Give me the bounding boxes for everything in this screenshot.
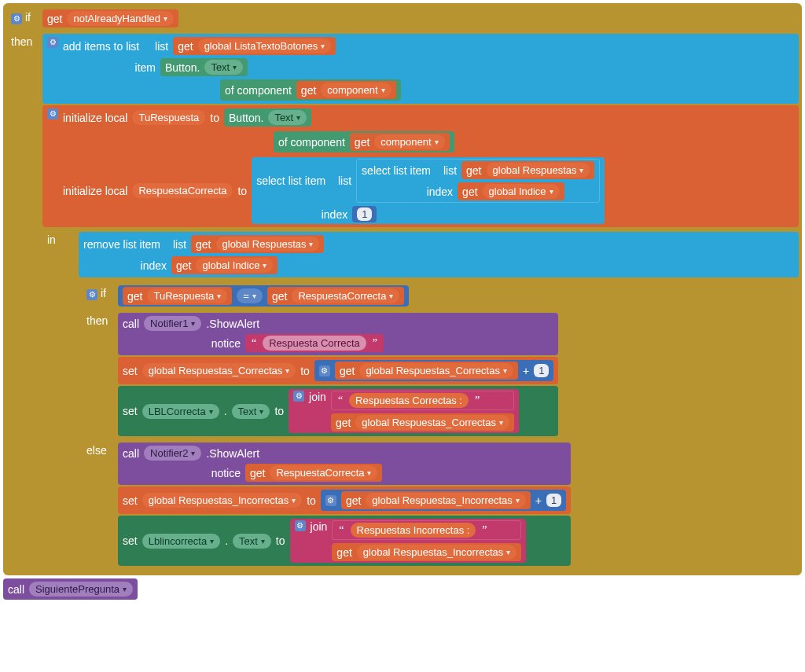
set-global-correctas[interactable]: set global Respuestas_Correctas to ⚙ get… xyxy=(118,357,558,384)
number-one[interactable]: 1 xyxy=(352,206,377,222)
if-keyword: ⚙ if xyxy=(82,284,118,303)
lblcorrecta-dd[interactable]: LBLCorrecta xyxy=(142,404,219,419)
var-tuRespuesta-decl[interactable]: TuRespuesta xyxy=(132,110,205,125)
var-tuRespuesta[interactable]: TuRespuesta xyxy=(147,288,227,303)
gear-icon[interactable]: ⚙ xyxy=(293,391,304,402)
num-value: 1 xyxy=(357,207,372,221)
get-listaTextoBotones[interactable]: get global ListaTextoBotones xyxy=(173,37,336,55)
get-global-indice2[interactable]: get global Indice xyxy=(171,256,278,274)
call-notifier2[interactable]: call Notifier2 .ShowAlert notice get xyxy=(118,442,571,485)
gear-icon[interactable]: ⚙ xyxy=(295,520,306,531)
set-lblincorrecta-text[interactable]: set Lblincorrecta . Text to ⚙ join xyxy=(118,516,571,566)
lblincorrecta-dd[interactable]: Lblincorrecta xyxy=(142,534,220,549)
gear-icon[interactable]: ⚙ xyxy=(47,108,58,119)
notifier2-dd[interactable]: Notifier2 xyxy=(144,446,201,461)
gear-icon[interactable]: ⚙ xyxy=(47,37,58,48)
var-global-respuestas[interactable]: global Respuestas xyxy=(216,237,320,252)
select-list-item-inner[interactable]: select list item list get global Respues… xyxy=(356,159,600,203)
string-respuestas-incorrectas[interactable]: “ Respuestas Incorrectas : ” xyxy=(332,520,521,540)
get-component[interactable]: get component xyxy=(296,81,396,99)
string-respuesta-correcta[interactable]: “ Respuesta Correcta ” xyxy=(245,334,384,352)
to-keyword: to xyxy=(276,534,285,547)
var-global-correctas[interactable]: global Respuestas_Correctas xyxy=(355,415,509,430)
get-global-correctas[interactable]: get global Respuestas_Correctas xyxy=(335,362,518,380)
siguiente-pregunta-dd[interactable]: SiguientePregunta xyxy=(29,582,133,597)
var-notAlreadyHandled[interactable]: notAlreadyHandled xyxy=(67,11,174,26)
get-global-respuestas[interactable]: get global Respuestas xyxy=(461,161,594,179)
var-global-indice[interactable]: global Indice xyxy=(483,184,560,199)
var-global-indice[interactable]: global Indice xyxy=(196,258,273,273)
text-prop[interactable]: Text xyxy=(232,404,270,419)
var-respCorrecta[interactable]: RespuestaCorrecta xyxy=(292,288,399,303)
var-listaTextoBotones[interactable]: global ListaTextoBotones xyxy=(198,39,332,53)
get-global-incorrectas2[interactable]: get global Respuestas_Incorrectas xyxy=(332,543,521,561)
of-component-label: of component xyxy=(225,84,292,97)
text-prop[interactable]: Text xyxy=(204,60,243,75)
notice-label: notice xyxy=(123,467,241,479)
button-text-generic[interactable]: Button. Text xyxy=(160,58,248,76)
to-keyword: to xyxy=(237,185,247,197)
text-literal: Respuestas Incorrectas : xyxy=(351,523,476,538)
get-keyword: get xyxy=(462,185,477,198)
call-keyword: call xyxy=(123,447,139,460)
math-add-incorrectas[interactable]: ⚙ get global Respuestas_Incorrectas + 1 xyxy=(321,490,566,511)
var-respCorrecta[interactable]: RespuestaCorrecta xyxy=(270,465,377,480)
set-global-incorrectas[interactable]: set global Respuestas_Incorrectas to ⚙ g… xyxy=(118,487,571,514)
gear-icon[interactable]: ⚙ xyxy=(11,13,22,24)
get-global-incorrectas[interactable]: get global Respuestas_Incorrectas xyxy=(341,491,531,509)
get-keyword: get xyxy=(127,290,142,303)
select-list-item-outer[interactable]: select list item list select list item l… xyxy=(252,157,605,224)
var-global-respuestas[interactable]: global Respuestas xyxy=(487,163,590,178)
string-respuestas-correctas[interactable]: “ Respuestas Correctas : ” xyxy=(331,391,514,410)
text-prop[interactable]: Text xyxy=(268,110,307,125)
call-notifier1[interactable]: call Notifier1 .ShowAlert notice “ xyxy=(118,313,558,355)
notifier1-dd[interactable]: Notifier1 xyxy=(144,316,201,331)
gear-icon[interactable]: ⚙ xyxy=(86,289,97,300)
var-component[interactable]: component xyxy=(374,134,444,149)
var-global-incorrectas[interactable]: global Respuestas_Incorrectas xyxy=(366,493,526,508)
get-keyword: get xyxy=(466,164,481,177)
add-items-block[interactable]: ⚙ add items to list list get global List… xyxy=(42,34,799,104)
gear-icon[interactable]: ⚙ xyxy=(319,365,330,376)
get-keyword: get xyxy=(355,136,369,149)
get-respuestaCorrecta[interactable]: get RespuestaCorrecta xyxy=(267,287,404,305)
var-global-incorrectas[interactable]: global Respuestas_Incorrectas xyxy=(357,545,517,560)
join-incorrectas[interactable]: ⚙ join “ Respuestas Incorrectas : ” xyxy=(290,519,527,563)
init-local-block[interactable]: ⚙ initialize local TuRespuesta to Button… xyxy=(42,105,799,227)
get-notAlreadyHandled[interactable]: get notAlreadyHandled xyxy=(42,9,178,28)
get-keyword: get xyxy=(272,290,287,303)
set-keyword: set xyxy=(123,534,138,547)
get-tuRespuesta[interactable]: get TuRespuesta xyxy=(123,287,232,305)
join-correctas[interactable]: ⚙ join “ Respuestas Correctas : ” xyxy=(289,389,519,433)
var-respCorrecta-decl[interactable]: RespuestaCorrecta xyxy=(132,183,233,198)
call-siguiente-pregunta[interactable]: call SiguientePregunta xyxy=(3,578,138,600)
equals-test[interactable]: get TuRespuesta = get RespuestaCorrecta xyxy=(118,285,409,307)
equals-op[interactable]: = xyxy=(237,288,263,303)
remove-list-item-block[interactable]: remove list item list get global Respues… xyxy=(79,232,799,277)
var-global-incorrectas[interactable]: global Respuestas_Incorrectas xyxy=(142,493,303,508)
of-component-label: of component xyxy=(278,136,345,149)
get-respuestaCorrecta2[interactable]: get RespuestaCorrecta xyxy=(245,464,382,482)
plus-op: + xyxy=(535,494,542,507)
var-global-correctas[interactable]: global Respuestas_Correctas xyxy=(142,363,296,378)
button-label: Button. xyxy=(229,112,263,124)
gear-icon[interactable]: ⚙ xyxy=(325,495,336,506)
to-keyword: to xyxy=(300,365,310,377)
call-keyword: call xyxy=(8,583,24,596)
if-keyword: ⚙ if xyxy=(6,8,42,28)
select-list-label: select list item xyxy=(362,164,431,177)
var-global-correctas[interactable]: global Respuestas_Correctas xyxy=(359,363,513,378)
get-keyword: get xyxy=(336,546,351,559)
math-add-correctas[interactable]: ⚙ get global Respuestas_Correctas + 1 xyxy=(314,360,553,381)
get-global-correctas2[interactable]: get global Respuestas_Correctas xyxy=(331,413,514,431)
join-keyword: join xyxy=(311,520,328,533)
set-lblcorrecta-text[interactable]: set LBLCorrecta . Text to ⚙ join xyxy=(118,386,558,436)
to-keyword: to xyxy=(307,494,316,507)
get-component2[interactable]: get component xyxy=(350,133,450,151)
text-prop[interactable]: Text xyxy=(233,534,271,549)
of-component-row2: of component get component xyxy=(274,131,454,152)
get-global-indice[interactable]: get global Indice xyxy=(458,182,564,200)
button-text-tuRespuesta[interactable]: Button. Text xyxy=(224,108,311,127)
var-component[interactable]: component xyxy=(321,83,391,97)
get-global-respuestas2[interactable]: get global Respuestas xyxy=(191,235,324,253)
